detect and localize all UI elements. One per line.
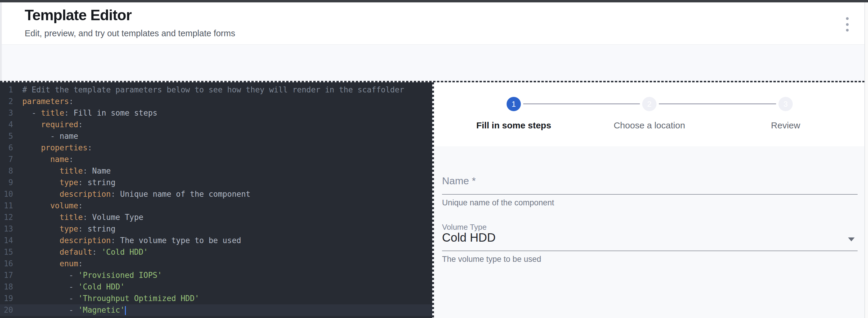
editor-line[interactable]: 5 - name — [0, 131, 432, 142]
line-number: 3 — [0, 107, 13, 119]
step-3-icon: 3 — [778, 97, 793, 111]
page-title: Template Editor — [25, 6, 131, 24]
page-subtitle: Edit, preview, and try out templates and… — [25, 29, 235, 38]
code-text: name: — [13, 154, 73, 165]
line-number: 12 — [0, 212, 13, 223]
line-number: 18 — [0, 281, 13, 293]
code-text: title: Volume Type — [13, 212, 144, 223]
template-form-preview: 1 Fill in some steps 2 Choose a location… — [434, 82, 864, 318]
line-number: 13 — [0, 223, 13, 235]
editor-code: 1# Edit the template parameters below to… — [0, 84, 432, 316]
code-text: volume: — [13, 200, 83, 212]
line-number: 11 — [0, 200, 13, 212]
stepper: 1 Fill in some steps 2 Choose a location… — [434, 82, 864, 146]
editor-line[interactable]: 1# Edit the template parameters below to… — [0, 84, 432, 96]
editor-line[interactable]: 20 - 'Magnetic' — [0, 304, 432, 316]
code-text: - name — [13, 131, 78, 142]
line-number: 7 — [0, 154, 13, 165]
code-text: - 'Cold HDD' — [13, 281, 125, 293]
line-number: 2 — [0, 96, 13, 107]
dropzone-dashed-border — [0, 81, 868, 82]
volume-type-label: Volume Type — [442, 223, 487, 232]
editor-line[interactable]: 14 description: The volume type to be us… — [0, 235, 432, 246]
volume-field-underline — [442, 251, 858, 251]
code-text: - 'Throughput Optimized HDD' — [13, 293, 199, 304]
toolbar: Load Existing Template — [0, 46, 868, 81]
yaml-code-editor[interactable]: 1# Edit the template parameters below to… — [0, 82, 432, 318]
kebab-menu-icon[interactable] — [843, 17, 851, 32]
line-number: 15 — [0, 246, 13, 258]
editor-line[interactable]: 13 type: string — [0, 223, 432, 235]
editor-line[interactable]: 15 default: 'Cold HDD' — [0, 246, 432, 258]
step-3-label: Review — [771, 120, 800, 131]
line-number: 14 — [0, 235, 13, 246]
code-text: - title: Fill in some steps — [13, 107, 157, 119]
header: Template Editor Edit, preview, and try o… — [0, 2, 868, 45]
editor-line[interactable]: 10 description: Unique name of the compo… — [0, 188, 432, 200]
code-text: required: — [13, 119, 83, 131]
chevron-down-icon — [848, 238, 855, 241]
code-text: # Edit the template parameters below to … — [13, 84, 404, 96]
code-text: type: string — [13, 223, 116, 235]
line-number: 16 — [0, 258, 13, 270]
line-number: 19 — [0, 293, 13, 304]
code-text: default: 'Cold HDD' — [13, 246, 148, 258]
code-text: description: The volume type to be used — [13, 235, 241, 246]
name-field-underline — [442, 194, 858, 195]
line-number: 6 — [0, 142, 13, 154]
name-field-label: Name * — [442, 175, 476, 187]
editor-line[interactable]: 3 - title: Fill in some steps — [0, 107, 432, 119]
line-number: 17 — [0, 270, 13, 281]
line-number: 4 — [0, 119, 13, 131]
text-cursor-icon — [125, 306, 126, 315]
step-2-label: Choose a location — [614, 120, 685, 131]
code-text: parameters: — [13, 96, 73, 107]
code-text: - 'Magnetic' — [13, 304, 126, 316]
step-1-label: Fill in some steps — [476, 120, 551, 131]
line-number: 5 — [0, 131, 13, 142]
code-text: enum: — [13, 258, 83, 270]
line-number: 1 — [0, 84, 13, 96]
line-number: 10 — [0, 188, 13, 200]
step-connector — [523, 103, 640, 104]
line-number: 8 — [0, 165, 13, 177]
editor-line[interactable]: 18 - 'Cold HDD' — [0, 281, 432, 293]
editor-line[interactable]: 16 enum: — [0, 258, 432, 270]
split-pane-divider[interactable] — [432, 82, 434, 318]
volume-type-value: Cold HDD — [442, 231, 496, 244]
editor-line[interactable]: 2parameters: — [0, 96, 432, 107]
editor-line[interactable]: 17 - 'Provisioned IOPS' — [0, 270, 432, 281]
code-text: type: string — [13, 177, 116, 188]
form-section: Name * Unique name of the component Volu… — [434, 146, 864, 318]
name-field-helper: Unique name of the component — [442, 198, 554, 207]
line-number: 20 — [0, 304, 13, 316]
vertical-scrollbar[interactable] — [864, 2, 868, 318]
code-text: - 'Provisioned IOPS' — [13, 270, 162, 281]
code-text: description: Unique name of the componen… — [13, 188, 250, 200]
editor-line[interactable]: 6 properties: — [0, 142, 432, 154]
code-text: title: Name — [13, 165, 111, 177]
page-left-edge — [0, 2, 2, 81]
editor-line[interactable]: 8 title: Name — [0, 165, 432, 177]
code-text: properties: — [13, 142, 92, 154]
name-input[interactable] — [442, 170, 858, 195]
line-number: 9 — [0, 177, 13, 188]
editor-line[interactable]: 4 required: — [0, 119, 432, 131]
editor-line[interactable]: 19 - 'Throughput Optimized HDD' — [0, 293, 432, 304]
editor-line[interactable]: 7 name: — [0, 154, 432, 165]
step-connector — [659, 103, 776, 104]
volume-field-helper: The volume type to be used — [442, 255, 541, 264]
volume-type-select[interactable] — [442, 222, 858, 251]
editor-line[interactable]: 12 title: Volume Type — [0, 212, 432, 223]
editor-line[interactable]: 9 type: string — [0, 177, 432, 188]
window-top-bar — [0, 0, 868, 2]
step-2-icon: 2 — [642, 97, 656, 111]
step-1-icon: 1 — [506, 97, 521, 111]
editor-line[interactable]: 11 volume: — [0, 200, 432, 212]
